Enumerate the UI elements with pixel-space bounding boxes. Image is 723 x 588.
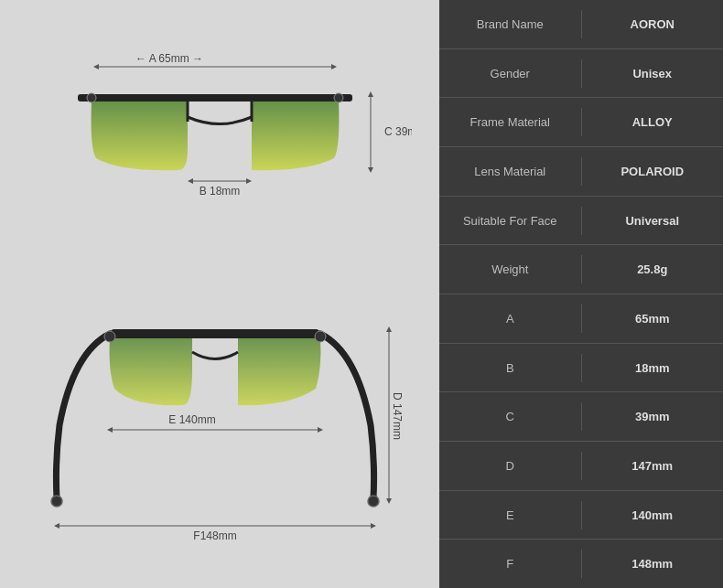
svg-point-14 [51,496,62,507]
spec-row: E140mm [439,491,723,540]
spec-row: GenderUnisex [439,49,723,99]
spec-row: Brand NameAORON [439,0,723,49]
spec-label: Gender [439,59,581,88]
spec-value: Universal [581,207,724,235]
spec-label: E [439,501,581,529]
spec-label: Suitable For Face [439,207,581,235]
svg-text:← A 65mm →: ← A 65mm → [135,52,203,65]
glasses-back-view: E 140mm D 147mm F148mm [18,274,421,558]
spec-label: F [439,550,581,578]
spec-label: Lens Material [439,157,581,186]
spec-value: 25.8g [581,255,724,283]
spec-row: Suitable For FaceUniversal [439,197,723,246]
spec-label: Brand Name [439,10,581,38]
spec-label: Weight [439,255,581,283]
svg-point-8 [334,93,343,102]
svg-text:E 140mm: E 140mm [168,413,215,426]
spec-row: D147mm [439,442,723,491]
spec-value: AORON [581,10,724,38]
spec-row: Lens MaterialPOLAROID [439,147,723,197]
svg-point-17 [315,331,326,342]
spec-value: 39mm [581,402,724,431]
specs-panel: Brand NameAORONGenderUnisexFrame Materia… [439,0,723,588]
svg-point-7 [87,93,96,102]
front-view-svg: ← A 65mm → B 18mm [27,39,412,241]
back-view-svg: E 140mm D 147mm F148mm [27,279,412,553]
spec-value: 65mm [581,305,724,333]
spec-label: D [439,452,581,480]
svg-rect-13 [110,329,320,338]
spec-row: A65mm [439,294,723,344]
spec-value: 18mm [581,354,724,382]
spec-label: Frame Material [439,108,581,136]
left-panel: ← A 65mm → B 18mm [0,0,439,588]
spec-value: 140mm [581,501,724,529]
svg-rect-2 [92,94,339,102]
spec-row: B18mm [439,344,723,393]
spec-row: Weight25.8g [439,245,723,294]
spec-row: C39mm [439,392,723,442]
svg-text:D 147mm: D 147mm [391,392,404,440]
spec-label: A [439,305,581,333]
svg-text:F148mm: F148mm [193,529,236,542]
spec-label: B [439,354,581,382]
spec-row: F148mm [439,540,723,588]
svg-text:B 18mm: B 18mm [200,185,241,198]
svg-text:C 39mm: C 39mm [384,125,412,138]
spec-value: Unisex [581,59,724,88]
spec-label: C [439,402,581,431]
svg-point-15 [368,496,379,507]
glasses-front-view: ← A 65mm → B 18mm [18,30,421,250]
spec-value: 148mm [581,550,724,578]
spec-value: POLAROID [581,157,724,186]
spec-row: Frame MaterialALLOY [439,98,723,147]
svg-point-16 [104,331,115,342]
spec-value: 147mm [581,452,724,480]
spec-value: ALLOY [581,108,724,136]
